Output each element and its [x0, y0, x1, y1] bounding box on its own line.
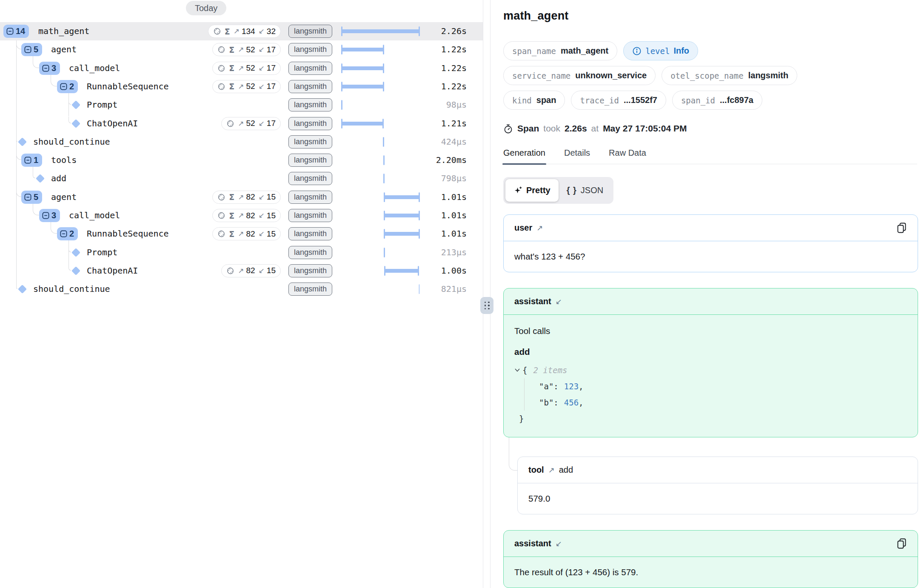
trace-row-ChatOpenAI[interactable]: ChatOpenAI↗82↙15langsmith1.00s	[0, 262, 483, 280]
vendor-tag: langsmith	[288, 191, 332, 204]
span-name: Prompt	[87, 100, 117, 110]
vendor-tag: langsmith	[288, 227, 332, 240]
duration-bar	[342, 66, 383, 70]
tokens-input-arrow: ↗	[238, 64, 244, 73]
level-pill[interactable]: level Info	[623, 41, 698, 60]
tokens-output-arrow: ↙	[259, 64, 265, 73]
collapse-badge[interactable]: 3	[39, 209, 60, 222]
duration-bar	[383, 45, 384, 54]
span-name-pill[interactable]: span_name math_agent	[503, 41, 617, 60]
span-id-pill[interactable]: span_id ...fc897a	[672, 91, 762, 110]
chevron-down-icon[interactable]	[514, 367, 520, 373]
trace-row-agent[interactable]: 5agentΣ↗82↙15langsmith1.01s	[0, 188, 483, 206]
tool-result-content: 579.0	[518, 483, 918, 514]
token-usage-pill: Σ↗52↙17	[212, 62, 281, 75]
vendor-tag: langsmith	[288, 209, 332, 222]
vendor-tag: langsmith	[288, 172, 332, 185]
otel-scope-name-pill[interactable]: otel_scope_name langsmith	[662, 66, 797, 85]
collapse-badge[interactable]: 2	[57, 227, 78, 240]
trace-tree: 14math_agentΣ↗134↙32langsmith2.26s5agent…	[0, 0, 483, 588]
tab-raw-data[interactable]: Raw Data	[609, 148, 646, 158]
input-tokens: 52	[246, 119, 255, 128]
span-timing: Span took 2.26s at May 27 17:05:04 PM	[503, 123, 917, 134]
trace-row-should_continue[interactable]: should_continuelangsmith424µs	[0, 133, 483, 151]
output-tokens: 15	[267, 229, 276, 239]
collapse-badge[interactable]: 2	[57, 80, 78, 93]
tokens-input-arrow: ↗	[238, 119, 244, 128]
span-duration: 1.00s	[441, 265, 467, 276]
trace-row-should_continue[interactable]: should_continuelangsmith821µs	[0, 280, 483, 298]
span-duration: 2.26s	[441, 26, 467, 36]
output-tokens: 15	[267, 192, 276, 202]
output-tokens: 15	[267, 266, 276, 275]
trace-row-tools[interactable]: 1toolslangsmith2.20ms	[0, 151, 483, 169]
json-items-count: 2 items	[533, 365, 567, 375]
duration-bar	[385, 269, 419, 273]
tokens-input-arrow: ↗	[238, 82, 244, 91]
span-name: RunnableSequence	[87, 81, 169, 91]
tab-details[interactable]: Details	[564, 148, 590, 158]
json-view-button[interactable]: { } JSON	[559, 179, 611, 202]
span-name: tools	[51, 155, 77, 165]
duration-bar	[342, 85, 383, 88]
trace-row-Prompt[interactable]: Promptlangsmith98µs	[0, 96, 483, 114]
span-name: call_model	[69, 63, 120, 73]
span-name: agent	[51, 44, 77, 54]
collapse-badge[interactable]: 3	[39, 62, 60, 75]
copy-icon[interactable]	[896, 222, 907, 234]
duration-bar	[383, 155, 385, 165]
collapse-badge[interactable]: 14	[3, 25, 29, 38]
trace-row-ChatOpenAI[interactable]: ChatOpenAI↗52↙17langsmith1.21s	[0, 114, 483, 133]
span-name: agent	[51, 192, 77, 202]
duration-bar	[419, 229, 420, 239]
duration-bar	[384, 266, 385, 276]
duration-bar	[385, 195, 419, 199]
sum-sigma-icon: Σ	[229, 192, 234, 202]
span-duration: 1.22s	[441, 63, 467, 73]
stopwatch-icon	[503, 124, 513, 134]
tool-result-header: tool ↗ add	[518, 457, 918, 483]
incoming-arrow-icon: ↙	[556, 297, 562, 306]
input-tokens: 52	[246, 63, 255, 73]
trace-row-Prompt[interactable]: Promptlangsmith213µs	[0, 243, 483, 262]
tokens-input-arrow: ↗	[238, 211, 244, 220]
tokens-coin-icon	[217, 211, 225, 220]
trace-row-RunnableSequence[interactable]: 2RunnableSequenceΣ↗52↙17langsmith1.22s	[0, 77, 483, 96]
duration-bar	[342, 48, 383, 51]
trace-row-agent[interactable]: 5agentΣ↗52↙17langsmith1.22s	[0, 40, 483, 59]
vendor-tag: langsmith	[288, 80, 332, 93]
duration-bar	[419, 284, 420, 294]
copy-icon[interactable]	[896, 538, 907, 550]
output-tokens: 17	[267, 45, 276, 54]
generation-messages: user ↗ what's 123 + 456? assistant ↙	[503, 214, 918, 588]
tokens-coin-icon	[217, 46, 225, 54]
pretty-view-button[interactable]: Pretty	[505, 179, 559, 202]
assistant-final-content: The result of (123 + 456) is 579.	[504, 557, 918, 588]
tokens-input-arrow: ↗	[238, 193, 244, 202]
tokens-output-arrow: ↙	[259, 229, 265, 238]
tokens-output-arrow: ↙	[259, 266, 265, 275]
tokens-coin-icon	[217, 193, 225, 201]
output-tokens: 17	[267, 82, 276, 91]
duration-bar	[341, 100, 342, 110]
collapse-badge[interactable]: 5	[21, 43, 42, 56]
span-duration: 798µs	[441, 173, 467, 183]
output-tokens: 32	[267, 27, 276, 36]
tokens-output-arrow: ↙	[259, 193, 265, 202]
trace-row-add[interactable]: addlangsmith798µs	[0, 169, 483, 188]
trace-row-call_model[interactable]: 3call_modelΣ↗82↙15langsmith1.01s	[0, 206, 483, 225]
duration-bar	[384, 211, 385, 220]
trace-row-math_agent[interactable]: 14math_agentΣ↗134↙32langsmith2.26s	[0, 22, 483, 40]
kind-pill[interactable]: kind span	[503, 91, 565, 110]
panel-divider	[483, 0, 491, 588]
trace-row-RunnableSequence[interactable]: 2RunnableSequenceΣ↗82↙15langsmith1.01s	[0, 225, 483, 243]
duration-bar	[342, 29, 419, 33]
trace-row-call_model[interactable]: 3call_modelΣ↗52↙17langsmith1.22s	[0, 59, 483, 77]
collapse-badge[interactable]: 1	[21, 154, 42, 167]
trace-id-pill[interactable]: trace_id ...1552f7	[571, 91, 666, 110]
span-duration: 424µs	[441, 137, 467, 147]
duration-bar	[341, 82, 342, 91]
tab-generation[interactable]: Generation	[503, 148, 545, 158]
service-name-pill[interactable]: service_name unknown_service	[503, 66, 656, 85]
collapse-badge[interactable]: 5	[21, 191, 42, 204]
